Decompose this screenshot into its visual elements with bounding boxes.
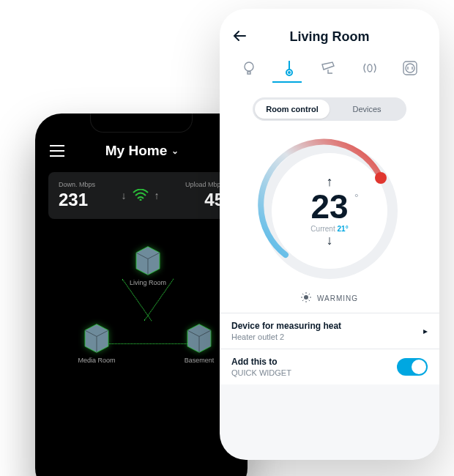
current-label: Current [310,225,335,233]
thermostat-dial[interactable]: ↑ 23° Current 21° ↓ [253,134,406,288]
svg-point-3 [288,71,291,74]
settings-list: Device for measuring heat Heater outlet … [220,313,439,384]
outlet-icon[interactable] [398,56,422,80]
thermostat-panel: ↑ 23° Current 21° ↓ WARMING [220,128,439,313]
network-card[interactable]: Down. Mbps 231 ↓ ↑ Upload Mbps 45 [48,172,234,219]
download-col: Down. Mbps 231 [59,181,95,210]
phone-dark-frame: My Home ⌄ Down. Mbps 231 ↓ ↑ Upload Mbps… [35,114,248,476]
node-label: Basement [185,357,215,364]
upload-col: Upload Mbps 45 [185,181,224,210]
notch [90,114,193,133]
target-temp: 23° [310,190,348,223]
node-basement[interactable]: Basement [179,323,220,364]
svg-point-0 [139,198,141,201]
chevron-right-icon: ▸ [423,326,428,336]
node-media-room[interactable]: Media Room [76,323,117,364]
thermometer-icon[interactable] [278,56,301,80]
svg-point-1 [245,62,253,71]
active-underline [272,81,302,83]
current-temp: Current 21° [310,225,348,233]
topology-edge [107,343,187,344]
wifi-icon [133,189,149,203]
degree-symbol: ° [354,193,359,203]
node-label: Living Room [130,279,166,286]
download-label: Down. Mbps [59,181,95,188]
status-text: WARMING [317,294,358,302]
home-selector[interactable]: My Home ⌄ [105,143,179,159]
download-value: 231 [59,190,95,210]
menu-icon[interactable] [50,145,64,157]
light-bulb-icon[interactable] [237,56,261,80]
row-label: Add this to [231,357,291,367]
arrow-up-icon: ↑ [155,190,160,201]
row-device[interactable]: Device for measuring heat Heater outlet … [220,313,439,349]
svg-point-6 [406,64,414,72]
row-sub: Heater outlet 2 [231,332,341,341]
upload-label: Upload Mbps [185,181,224,188]
node-label: Media Room [78,357,115,364]
light-header: Living Room [220,9,439,52]
dial-center: ↑ 23° Current 21° ↓ [273,155,386,267]
target-temp-value: 23 [310,187,348,226]
quick-widget-toggle[interactable] [397,358,428,376]
room-title: Living Room [290,29,370,45]
tab-room-control[interactable]: Room control [255,100,330,119]
node-living-room[interactable]: Living Room [127,245,168,286]
arrow-down-icon: ↓ [122,190,127,201]
row-sub: QUICK WIDGET [231,368,291,377]
camera-icon[interactable] [318,56,341,80]
back-icon[interactable] [233,31,246,44]
chevron-down-icon: ⌄ [171,146,179,156]
sensor-icon[interactable] [358,56,382,80]
upload-value: 45 [185,190,224,210]
row-quick-widget: Add this to QUICK WIDGET [220,349,439,384]
status-row: WARMING [301,292,358,304]
home-title: My Home [105,143,167,159]
current-value: 21° [338,225,349,233]
sun-icon [301,292,311,304]
tab-devices[interactable]: Devices [330,100,404,119]
network-mid: ↓ ↑ [122,189,160,203]
category-bar [220,52,439,80]
row-label: Device for measuring heat [231,321,341,331]
segment-control: Room control Devices [253,97,406,121]
topology: Living Room Media Room Basement [35,241,248,461]
phone-light-frame: Living Room Room control Devices [220,9,439,460]
svg-point-4 [368,64,372,72]
temp-down-button[interactable]: ↓ [327,233,333,248]
svg-point-9 [304,295,308,300]
